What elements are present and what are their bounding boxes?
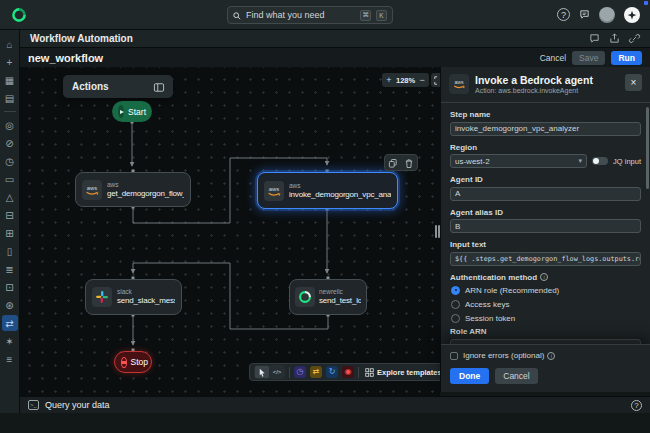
auth-option-session-token[interactable]: Session token: [451, 312, 641, 324]
auth-option-arn-role[interactable]: ARN role (Recommended): [451, 284, 641, 296]
agent-alias-id-input[interactable]: B: [450, 219, 641, 233]
templates-grid-icon: [365, 368, 374, 377]
newrelic-logo[interactable]: [10, 6, 28, 24]
done-button[interactable]: Done: [450, 368, 489, 384]
node-vpc-analyzer[interactable]: aws aws invoke_demogorgon_vpc_analyzer: [257, 172, 398, 209]
panel-footer: Ignore errors (optional) i Done Cancel: [441, 344, 650, 392]
ai-assistant-button[interactable]: [624, 7, 640, 23]
zoom-out-button[interactable]: −: [418, 75, 426, 85]
query-terminal-icon: >_: [28, 400, 39, 410]
workflows-icon[interactable]: ⇄: [2, 315, 18, 331]
edge-layer: [20, 67, 440, 396]
ignore-errors-checkbox-row[interactable]: Ignore errors (optional) i: [450, 351, 641, 360]
notification-dot: [644, 1, 648, 5]
home-icon[interactable]: ⌂: [2, 36, 18, 52]
panel-resize-handle[interactable]: [435, 225, 440, 238]
canvas-toolbar: </> ◷ ⇄ ↻ ◉ Explore templates: [249, 363, 440, 381]
apm-icon[interactable]: ◷: [2, 153, 18, 169]
node-provider: slack: [117, 288, 175, 296]
global-search[interactable]: Find what you need ⌘ K: [227, 6, 393, 24]
ai-monitoring-icon[interactable]: ✶: [2, 333, 18, 349]
fit-view-button[interactable]: [431, 73, 440, 87]
node-get-flow-logs[interactable]: aws aws get_demogorgon_flow_logs: [75, 172, 191, 207]
step-name-input[interactable]: invoke_demogorgon_vpc_analyzer: [450, 122, 641, 136]
region-label: Region: [450, 143, 641, 152]
more-icon[interactable]: ≡: [2, 351, 18, 367]
save-button[interactable]: Save: [572, 51, 605, 65]
workflow-canvas[interactable]: Actions + 128% −: [20, 67, 440, 396]
stop-icon: [121, 357, 127, 368]
errors-icon[interactable]: ⊘: [2, 135, 18, 151]
user-avatar[interactable]: [599, 7, 615, 23]
k-keycap: K: [376, 10, 387, 21]
synthetics-icon[interactable]: △: [2, 189, 18, 205]
delete-icon[interactable]: [405, 154, 413, 172]
mode-switcher: </>: [254, 365, 285, 379]
agent-id-input[interactable]: A: [450, 187, 641, 201]
duplicate-icon[interactable]: [389, 154, 397, 172]
kubernetes-icon[interactable]: ⊛: [2, 297, 18, 313]
node-label: send_test_logs: [319, 296, 361, 306]
alerts-icon[interactable]: ◎: [2, 117, 18, 133]
logs-icon[interactable]: ≣: [2, 261, 18, 277]
actions-panel-title: Actions: [72, 81, 109, 92]
top-bar: Find what you need ⌘ K ?: [0, 0, 650, 30]
aws-icon: aws: [264, 181, 284, 201]
browser-icon[interactable]: ▭: [2, 171, 18, 187]
radio-selected-icon: [451, 286, 460, 295]
comment-icon[interactable]: [589, 33, 600, 44]
export-icon[interactable]: [609, 33, 620, 44]
cmd-keycap: ⌘: [360, 10, 371, 21]
zoom-in-button[interactable]: +: [385, 75, 393, 85]
integrations-icon[interactable]: ⊡: [2, 279, 18, 295]
start-node[interactable]: Start: [112, 101, 152, 122]
dashboards-icon[interactable]: ⊞: [2, 225, 18, 241]
panel-cancel-button[interactable]: Cancel: [495, 368, 537, 384]
cancel-button[interactable]: Cancel: [540, 53, 566, 63]
help-icon[interactable]: ?: [631, 400, 642, 411]
input-text-label: Input text: [450, 240, 641, 249]
docs-icon[interactable]: ▤: [2, 90, 18, 106]
select-tool[interactable]: [255, 366, 269, 378]
panel-title: Invoke a Bedrock agent: [475, 74, 619, 87]
close-icon[interactable]: ×: [625, 74, 642, 91]
transform-icon[interactable]: ⇄: [310, 366, 322, 378]
query-bar[interactable]: >_ Query your data ?: [20, 396, 650, 413]
jq-input-toggle[interactable]: [592, 157, 608, 165]
agent-alias-id-label: Agent alias ID: [450, 208, 641, 217]
auth-option-access-keys[interactable]: Access keys: [451, 298, 641, 310]
loop-icon[interactable]: ↻: [326, 366, 338, 378]
panel-scrollbar[interactable]: [646, 107, 649, 189]
schedule-trigger-icon[interactable]: ◷: [294, 366, 306, 378]
stop-node[interactable]: Stop: [114, 351, 152, 373]
link-icon[interactable]: [629, 33, 640, 44]
run-button[interactable]: Run: [611, 51, 642, 65]
aws-icon: aws: [449, 74, 469, 94]
node-slack[interactable]: slack send_slack_message: [85, 279, 182, 315]
mobile-icon[interactable]: ▯: [2, 243, 18, 259]
slack-icon: [92, 287, 112, 307]
explore-templates-button[interactable]: Explore templates: [363, 368, 440, 377]
add-icon[interactable]: +: [2, 54, 18, 70]
feedback-icon[interactable]: [579, 6, 590, 24]
chevron-down-icon: ▾: [579, 157, 583, 165]
info-icon[interactable]: i: [547, 352, 555, 360]
radio-icon: [451, 314, 460, 323]
help-icon[interactable]: ?: [557, 8, 570, 21]
panel-toggle-icon[interactable]: [154, 78, 164, 96]
checkbox-icon: [450, 352, 458, 360]
page-title: Workflow Automation: [30, 33, 133, 44]
node-newrelic[interactable]: newrelic send_test_logs: [289, 279, 367, 315]
stop-node-label: Stop: [131, 357, 149, 367]
info-icon[interactable]: i: [540, 273, 548, 281]
infrastructure-icon[interactable]: ⊟: [2, 207, 18, 223]
input-text-input[interactable]: ${{ .steps.get_demogorgon_flow_logs.outp…: [450, 252, 641, 266]
play-icon: [118, 105, 124, 118]
record-icon[interactable]: ◉: [342, 366, 354, 378]
all-capabilities-icon[interactable]: ▦: [2, 72, 18, 88]
node-label: invoke_demogorgon_vpc_analyzer: [289, 190, 391, 200]
agent-id-label: Agent ID: [450, 175, 641, 184]
region-select[interactable]: us-west-2 ▾: [450, 154, 587, 168]
code-view-tool[interactable]: </>: [270, 366, 284, 378]
workflow-name: new_workflow: [28, 52, 103, 64]
